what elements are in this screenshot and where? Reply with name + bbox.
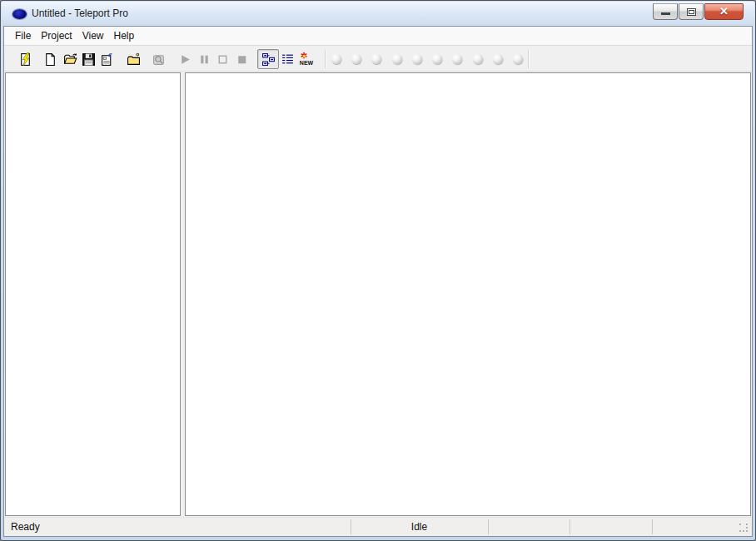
thread-indicator-ball-icon [472,53,484,65]
toolbar: ✲ NEW [4,47,752,72]
title-bar[interactable]: Untitled - Teleport Pro ✕ [2,2,754,26]
thread-indicator-ball-icon [512,53,524,65]
minimize-icon [661,12,670,15]
detail-view-icon [281,52,295,67]
new-project-icon [43,52,57,67]
tree-view-button[interactable] [257,49,279,69]
window-controls: ✕ [652,3,744,20]
maximize-icon [687,8,696,16]
thread-indicator-ball-icon [391,53,403,65]
pause-button[interactable] [194,49,214,69]
toolbar-separator [528,50,529,68]
open-project-button[interactable] [60,49,80,69]
thread-indicator-ball-icon [371,53,382,65]
properties-form-icon [100,52,114,67]
stop-hollow-icon [216,52,230,67]
save-floppy-icon [82,52,96,67]
minimize-button[interactable] [653,3,678,20]
search-button[interactable] [148,49,168,69]
thread-indicator-ball-icon [431,53,443,65]
status-divider [652,519,653,534]
menu-bar: File Project View Help [4,27,752,46]
thread-indicator-ball-icon [351,53,362,65]
status-divider [488,519,489,534]
menu-view[interactable]: View [77,27,109,44]
status-divider [569,519,570,534]
client-area: File Project View Help [3,26,753,537]
tree-view-icon [261,52,276,67]
menu-project[interactable]: Project [36,27,77,44]
new-project-wizard-button[interactable] [15,49,35,69]
search-icon [152,52,166,67]
save-project-button[interactable] [78,49,98,69]
project-properties-button[interactable] [97,49,117,69]
thread-indicator-ball-icon [411,53,423,65]
play-icon [178,52,192,67]
open-folder-icon [63,52,77,67]
stop-button[interactable] [212,49,232,69]
new-project-wizard-icon [18,52,32,67]
teleport-pro-window: Untitled - Teleport Pro ✕ File Project V… [0,0,756,541]
new-files-view-icon: ✲ NEW [300,60,313,66]
resize-grip[interactable] [739,524,749,533]
menu-file[interactable]: File [10,27,36,44]
toolbar-separator [325,50,326,68]
new-project-button[interactable] [40,49,60,69]
new-address-button[interactable] [123,49,143,69]
window-frame: Untitled - Teleport Pro ✕ File Project V… [0,0,756,541]
pause-icon [197,52,211,67]
new-folder-sparkle-icon [127,52,141,67]
project-tree-panel[interactable] [5,72,181,516]
app-icon [12,9,27,19]
file-list-panel[interactable] [185,72,751,516]
sparkle-icon: ✲ [301,52,307,59]
close-button[interactable]: ✕ [704,3,744,20]
status-bar: Ready Idle [4,517,752,536]
window-title: Untitled - Teleport Pro [32,7,128,19]
stop-filled-icon [235,52,249,67]
thread-indicator-ball-icon [492,53,504,65]
workspace [4,72,752,517]
start-button[interactable] [175,49,195,69]
status-mode: Idle [351,521,488,533]
thread-indicators [331,49,524,69]
thread-indicator-ball-icon [331,53,342,65]
detail-view-button[interactable] [277,49,297,69]
abort-button[interactable] [231,49,251,69]
status-message: Ready [11,521,40,533]
thread-indicator-ball-icon [451,53,463,65]
maximize-button[interactable] [679,3,704,20]
close-icon: ✕ [705,6,743,17]
new-files-view-button[interactable]: ✲ NEW [296,49,316,69]
menu-help[interactable]: Help [109,27,140,44]
